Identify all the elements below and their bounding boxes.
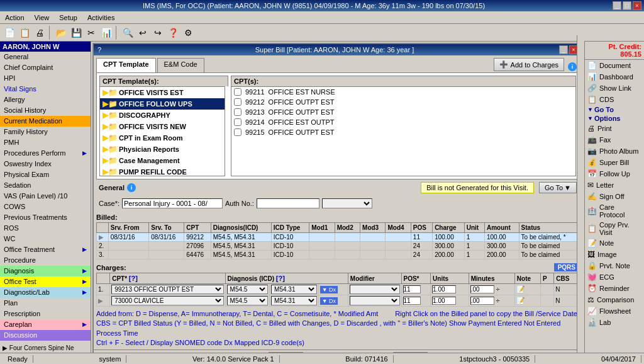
rs-item-ecg[interactable]: 💓 ECG [585, 271, 644, 283]
toolbar-icon-9[interactable]: ↩ [136, 26, 150, 40]
menu-setup[interactable]: Setup [57, 13, 80, 23]
toolbar-icon-5[interactable]: 💾 [69, 26, 83, 40]
charge-pos-1[interactable] [403, 297, 421, 305]
rs-item-document[interactable]: 📄 Document [585, 60, 644, 71]
toolbar-icon-1[interactable]: 📄 [3, 26, 16, 40]
sidebar-item-careplan[interactable]: Careplan ▶ [0, 319, 91, 330]
billed-row-0[interactable]: ▶ 08/31/16 08/31/16 99212 M54.5, M54.31 … [97, 233, 579, 242]
rs-item-care-protocol[interactable]: 🏥 Care Protocol [585, 202, 644, 220]
template-item-6[interactable]: ▶📁 Case Management [100, 155, 225, 166]
sidebar-item-procedures[interactable]: Procedures Perform ▶ [0, 148, 91, 159]
template-item-2[interactable]: ▶📁 DISCOGRAPHY [100, 110, 225, 121]
cpt-checkbox-0[interactable] [234, 88, 242, 96]
rs-item-lab[interactable]: 🔬 Lab [585, 317, 644, 328]
add-charges-button[interactable]: ➕ Add to Charges [494, 58, 564, 71]
template-item-3[interactable]: ▶📁 OFFICE VISITS NEW [100, 121, 225, 132]
dx-button-1[interactable]: ▼ Dx [320, 297, 338, 305]
sidebar-item-discussion[interactable]: Discussion [0, 330, 91, 341]
charge-pos-0[interactable] [403, 285, 421, 293]
charge-diag1-select-1[interactable]: M54.5 [227, 296, 269, 305]
menu-activities[interactable]: Activities [85, 13, 117, 23]
rs-item-print[interactable]: 🖨 Print [585, 123, 644, 134]
toolbar-icon-2[interactable]: 📋 [18, 26, 31, 40]
rs-item-photo-album[interactable]: 📷 Photo Album [585, 145, 644, 157]
rs-item-follow-up[interactable]: 📅 Follow Up [585, 168, 644, 179]
sidebar-item-ros[interactable]: ROS [0, 223, 91, 234]
rs-item-dashboard[interactable]: 📊 Dashboard [585, 71, 644, 82]
sidebar-item-wc[interactable]: WC [0, 234, 91, 244]
sidebar-item-office-test[interactable]: Office Test ▶ [0, 276, 91, 287]
charge-units-1[interactable] [432, 297, 456, 305]
template-item-7[interactable]: ▶📁 PUMP REFILL CODE [100, 166, 225, 176]
practice-selector[interactable]: ▶ Four Corners Spine Ne [0, 343, 91, 353]
note-icon-1[interactable]: 📝 [516, 297, 525, 304]
sidebar-item-previous-treatments[interactable]: Previous Treatments [0, 212, 91, 223]
rs-item-cds[interactable]: 📋 CDS [585, 94, 644, 105]
sidebar-item-allergy[interactable]: Allergy [0, 94, 91, 105]
cpt-checkbox-3[interactable] [234, 118, 242, 126]
rs-item-sign-off[interactable]: ✍ Sign Off [585, 191, 644, 202]
minimize-button[interactable]: _ [613, 1, 621, 10]
sidebar-item-vas[interactable]: VAS (Pain Level) /10 [0, 191, 91, 202]
dx-button-0[interactable]: ▼ Dx [320, 286, 338, 293]
toolbar-icon-8[interactable]: 🔍 [121, 26, 135, 40]
general-info-icon[interactable]: i [127, 183, 136, 192]
menu-view[interactable]: View [32, 13, 52, 23]
sidebar-item-procedure[interactable]: Procedure [0, 255, 91, 266]
template-item-1[interactable]: ▶📁 OFFICE FOLLOW UPS [100, 98, 225, 110]
info-icon[interactable]: i [568, 62, 577, 71]
toolbar-icon-6[interactable]: ✂ [84, 26, 98, 40]
toolbar-icon-4[interactable]: 📂 [54, 26, 68, 40]
auth-input[interactable] [257, 198, 319, 208]
sidebar-item-physical-exam[interactable]: Physical Exam [0, 169, 91, 180]
sidebar-item-sedation[interactable]: Sedation [0, 180, 91, 191]
toolbar-icon-7[interactable]: 📊 [99, 26, 113, 40]
charge-minutes-0[interactable] [470, 285, 494, 293]
sidebar-item-diagnosis[interactable]: Diagnosis ▶ [0, 266, 91, 276]
toolbar-icon-3[interactable]: 🖨 [33, 26, 47, 40]
sidebar-item-prescription[interactable]: Prescription [0, 309, 91, 319]
toolbar-icon-12[interactable]: ⚙ [181, 26, 195, 40]
sidebar-item-pmh[interactable]: PMH [0, 137, 91, 148]
rs-goto-section[interactable]: ▼ Go To [585, 105, 644, 114]
sidebar-item-oswestry[interactable]: Oswestry Index [0, 159, 91, 169]
rs-item-note[interactable]: 📝 Note [585, 237, 644, 249]
sidebar-item-hpi[interactable]: HPI [0, 73, 91, 84]
sidebar-item-general[interactable]: General [0, 52, 91, 62]
cpt-checkbox-2[interactable] [234, 108, 242, 116]
tab-cpt-template[interactable]: CPT Template [96, 58, 156, 72]
toolbar-icon-11[interactable]: ❓ [166, 26, 180, 40]
rs-item-copy-prv[interactable]: 📋 Copy Prv. Visit [585, 220, 644, 237]
rs-item-show-link[interactable]: 🔗 Show Link [585, 82, 644, 94]
sidebar-item-chief-complaint[interactable]: Chief Complaint [0, 62, 91, 73]
rs-item-comparison[interactable]: ⚖ Comparison [585, 294, 644, 305]
rs-item-flowsheet[interactable]: 📈 Flowsheet [585, 305, 644, 317]
sidebar-item-social-history[interactable]: Social History [0, 105, 91, 116]
sidebar-item-office-treatment[interactable]: Office Treatment ▶ [0, 244, 91, 255]
cpt-checkbox-1[interactable] [234, 98, 242, 106]
charge-cpt-select-0[interactable]: 99213 OFFICE OUTPT EST [111, 285, 223, 294]
charge-diag1-select-0[interactable]: M54.5 [227, 285, 269, 294]
billed-row-1[interactable]: 2. 27096 M54.5, M54.31 ICD-10 [97, 242, 579, 251]
cpt-checkbox-4[interactable] [234, 128, 242, 136]
sidebar-item-plan[interactable]: Plan [0, 298, 91, 309]
case-input[interactable] [122, 198, 223, 208]
charge-modifier-select-1[interactable] [350, 296, 400, 305]
rs-item-reminder[interactable]: ⏰ Reminder [585, 283, 644, 294]
goto-button[interactable]: Go To ▼ [539, 182, 577, 193]
template-item-4[interactable]: ▶📁 CPT in Exam Room [100, 132, 225, 144]
close-button[interactable]: × [633, 1, 641, 10]
note-icon-0[interactable]: 📝 [516, 285, 525, 293]
charge-minutes-1[interactable] [470, 297, 494, 305]
sidebar-item-diagnostic-lab[interactable]: Diagnostic/Lab ▶ [0, 287, 91, 298]
template-item-5[interactable]: ▶📁 Physician Reports [100, 144, 225, 155]
superbill-minimize[interactable]: _ [559, 45, 568, 54]
rs-item-prvt-note[interactable]: 🔒 Prvt. Note [585, 260, 644, 271]
rs-item-super-bill[interactable]: 💰 Super Bill [585, 157, 644, 168]
template-item-0[interactable]: ▶📁 OFFICE VISITS EST [100, 87, 225, 98]
rs-options-section[interactable]: ▼ Options [585, 114, 644, 123]
sidebar-item-family-history[interactable]: Family History [0, 127, 91, 137]
rs-item-letter[interactable]: ✉ Letter [585, 179, 644, 191]
sidebar-item-cows[interactable]: COWS [0, 202, 91, 212]
sidebar-item-current-medication[interactable]: Current Medication [0, 116, 91, 127]
